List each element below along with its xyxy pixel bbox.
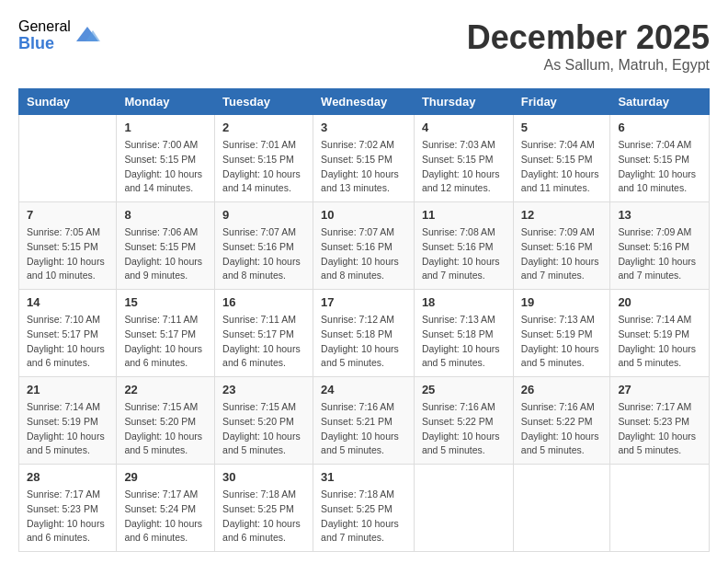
calendar-cell: 17Sunrise: 7:12 AMSunset: 5:18 PMDayligh… xyxy=(313,290,415,377)
calendar-cell: 6Sunrise: 7:04 AMSunset: 5:15 PMDaylight… xyxy=(610,115,710,202)
day-number: 31 xyxy=(321,470,406,484)
day-number: 12 xyxy=(521,208,603,222)
day-info: Sunrise: 7:06 AMSunset: 5:15 PMDaylight:… xyxy=(124,225,207,283)
day-number: 18 xyxy=(422,295,506,309)
day-number: 1 xyxy=(124,121,207,134)
header-sunday: Sunday xyxy=(19,89,117,115)
calendar-week-row: 14Sunrise: 7:10 AMSunset: 5:17 PMDayligh… xyxy=(19,290,710,377)
day-info: Sunrise: 7:16 AMSunset: 5:21 PMDaylight:… xyxy=(321,400,406,458)
calendar-week-row: 1Sunrise: 7:00 AMSunset: 5:15 PMDaylight… xyxy=(19,115,710,202)
day-info: Sunrise: 7:04 AMSunset: 5:15 PMDaylight:… xyxy=(521,138,603,196)
calendar-cell: 16Sunrise: 7:11 AMSunset: 5:17 PMDayligh… xyxy=(215,290,313,377)
logo-blue: Blue xyxy=(18,35,71,53)
day-info: Sunrise: 7:05 AMSunset: 5:15 PMDaylight:… xyxy=(27,225,108,283)
day-number: 16 xyxy=(222,295,305,309)
day-number: 23 xyxy=(222,383,305,396)
calendar-cell xyxy=(414,465,513,552)
calendar-cell: 28Sunrise: 7:17 AMSunset: 5:23 PMDayligh… xyxy=(19,465,117,552)
calendar-cell: 10Sunrise: 7:07 AMSunset: 5:16 PMDayligh… xyxy=(313,202,415,290)
calendar-cell: 18Sunrise: 7:13 AMSunset: 5:18 PMDayligh… xyxy=(414,290,513,377)
calendar-cell: 22Sunrise: 7:15 AMSunset: 5:20 PMDayligh… xyxy=(117,377,215,465)
calendar-cell: 14Sunrise: 7:10 AMSunset: 5:17 PMDayligh… xyxy=(19,290,117,377)
calendar-cell: 12Sunrise: 7:09 AMSunset: 5:16 PMDayligh… xyxy=(513,202,610,290)
day-info: Sunrise: 7:17 AMSunset: 5:24 PMDaylight:… xyxy=(124,488,207,546)
day-info: Sunrise: 7:11 AMSunset: 5:17 PMDaylight:… xyxy=(124,313,207,371)
day-number: 19 xyxy=(521,295,603,309)
calendar-cell xyxy=(19,115,117,202)
day-number: 21 xyxy=(27,383,108,396)
day-info: Sunrise: 7:09 AMSunset: 5:16 PMDaylight:… xyxy=(618,225,701,283)
day-number: 2 xyxy=(222,121,305,134)
day-number: 14 xyxy=(27,295,108,309)
calendar-cell: 20Sunrise: 7:14 AMSunset: 5:19 PMDayligh… xyxy=(610,290,710,377)
month-title: December 2025 xyxy=(467,18,710,57)
calendar-cell: 24Sunrise: 7:16 AMSunset: 5:21 PMDayligh… xyxy=(313,377,415,465)
day-info: Sunrise: 7:12 AMSunset: 5:18 PMDaylight:… xyxy=(321,313,406,371)
day-number: 7 xyxy=(27,208,108,222)
calendar-cell: 30Sunrise: 7:18 AMSunset: 5:25 PMDayligh… xyxy=(215,465,313,552)
day-info: Sunrise: 7:07 AMSunset: 5:16 PMDaylight:… xyxy=(321,225,406,283)
day-info: Sunrise: 7:00 AMSunset: 5:15 PMDaylight:… xyxy=(124,138,207,196)
header-thursday: Thursday xyxy=(414,89,513,115)
calendar-cell: 25Sunrise: 7:16 AMSunset: 5:22 PMDayligh… xyxy=(414,377,513,465)
day-number: 6 xyxy=(618,121,701,134)
calendar-cell: 21Sunrise: 7:14 AMSunset: 5:19 PMDayligh… xyxy=(19,377,117,465)
day-info: Sunrise: 7:11 AMSunset: 5:17 PMDaylight:… xyxy=(222,313,305,371)
day-number: 9 xyxy=(222,208,305,222)
day-number: 29 xyxy=(124,470,207,484)
day-number: 28 xyxy=(27,470,108,484)
calendar-cell: 11Sunrise: 7:08 AMSunset: 5:16 PMDayligh… xyxy=(414,202,513,290)
logo-text: General Blue xyxy=(18,18,71,52)
calendar-week-row: 28Sunrise: 7:17 AMSunset: 5:23 PMDayligh… xyxy=(19,465,710,552)
calendar-cell: 27Sunrise: 7:17 AMSunset: 5:23 PMDayligh… xyxy=(610,377,710,465)
calendar-cell: 4Sunrise: 7:03 AMSunset: 5:15 PMDaylight… xyxy=(414,115,513,202)
calendar-cell: 23Sunrise: 7:15 AMSunset: 5:20 PMDayligh… xyxy=(215,377,313,465)
calendar-header-row: Sunday Monday Tuesday Wednesday Thursday… xyxy=(19,89,710,115)
day-info: Sunrise: 7:16 AMSunset: 5:22 PMDaylight:… xyxy=(422,400,506,458)
day-number: 24 xyxy=(321,383,406,396)
day-number: 11 xyxy=(422,208,506,222)
day-number: 20 xyxy=(618,295,701,309)
day-info: Sunrise: 7:17 AMSunset: 5:23 PMDaylight:… xyxy=(618,400,701,458)
day-info: Sunrise: 7:15 AMSunset: 5:20 PMDaylight:… xyxy=(222,400,305,458)
calendar-week-row: 21Sunrise: 7:14 AMSunset: 5:19 PMDayligh… xyxy=(19,377,710,465)
title-block: December 2025 As Sallum, Matruh, Egypt xyxy=(467,18,710,74)
day-number: 4 xyxy=(422,121,506,134)
calendar-cell: 8Sunrise: 7:06 AMSunset: 5:15 PMDaylight… xyxy=(117,202,215,290)
day-info: Sunrise: 7:17 AMSunset: 5:23 PMDaylight:… xyxy=(27,488,108,546)
day-number: 15 xyxy=(124,295,207,309)
calendar-cell: 7Sunrise: 7:05 AMSunset: 5:15 PMDaylight… xyxy=(19,202,117,290)
header-tuesday: Tuesday xyxy=(215,89,313,115)
logo-icon xyxy=(74,23,100,49)
day-info: Sunrise: 7:04 AMSunset: 5:15 PMDaylight:… xyxy=(618,138,701,196)
calendar-cell: 3Sunrise: 7:02 AMSunset: 5:15 PMDaylight… xyxy=(313,115,415,202)
day-info: Sunrise: 7:16 AMSunset: 5:22 PMDaylight:… xyxy=(521,400,603,458)
calendar-cell: 15Sunrise: 7:11 AMSunset: 5:17 PMDayligh… xyxy=(117,290,215,377)
day-number: 3 xyxy=(321,121,406,134)
day-info: Sunrise: 7:13 AMSunset: 5:19 PMDaylight:… xyxy=(521,313,603,371)
day-number: 30 xyxy=(222,470,305,484)
calendar-cell xyxy=(513,465,610,552)
calendar-cell: 31Sunrise: 7:18 AMSunset: 5:25 PMDayligh… xyxy=(313,465,415,552)
day-number: 26 xyxy=(521,383,603,396)
day-number: 10 xyxy=(321,208,406,222)
day-number: 27 xyxy=(618,383,701,396)
day-info: Sunrise: 7:08 AMSunset: 5:16 PMDaylight:… xyxy=(422,225,506,283)
day-info: Sunrise: 7:03 AMSunset: 5:15 PMDaylight:… xyxy=(422,138,506,196)
logo-general: General xyxy=(18,18,71,35)
page-header: General Blue December 2025 As Sallum, Ma… xyxy=(18,18,710,74)
day-info: Sunrise: 7:18 AMSunset: 5:25 PMDaylight:… xyxy=(321,488,406,546)
day-number: 25 xyxy=(422,383,506,396)
day-number: 8 xyxy=(124,208,207,222)
day-info: Sunrise: 7:18 AMSunset: 5:25 PMDaylight:… xyxy=(222,488,305,546)
header-monday: Monday xyxy=(117,89,215,115)
calendar-cell: 13Sunrise: 7:09 AMSunset: 5:16 PMDayligh… xyxy=(610,202,710,290)
header-friday: Friday xyxy=(513,89,610,115)
day-number: 17 xyxy=(321,295,406,309)
day-info: Sunrise: 7:01 AMSunset: 5:15 PMDaylight:… xyxy=(222,138,305,196)
day-number: 13 xyxy=(618,208,701,222)
calendar-cell: 19Sunrise: 7:13 AMSunset: 5:19 PMDayligh… xyxy=(513,290,610,377)
day-info: Sunrise: 7:14 AMSunset: 5:19 PMDaylight:… xyxy=(27,400,108,458)
day-info: Sunrise: 7:07 AMSunset: 5:16 PMDaylight:… xyxy=(222,225,305,283)
day-info: Sunrise: 7:13 AMSunset: 5:18 PMDaylight:… xyxy=(422,313,506,371)
